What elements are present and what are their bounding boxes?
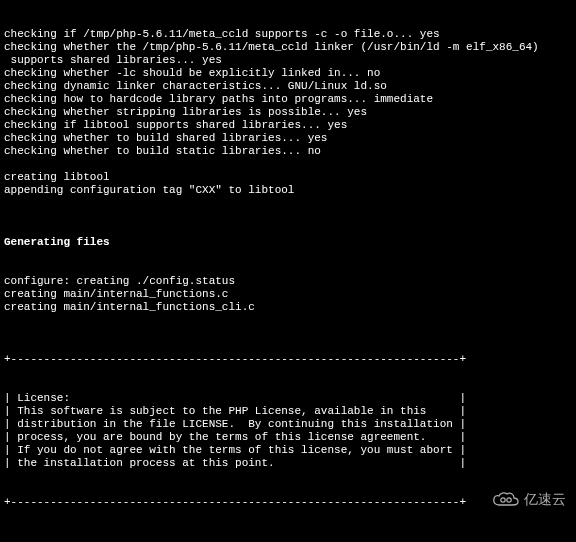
svg-point-0 xyxy=(501,498,505,502)
watermark-text: 亿速云 xyxy=(524,493,566,506)
output-line: checking if libtool supports shared libr… xyxy=(4,119,572,132)
cloud-icon xyxy=(492,491,520,507)
output-line: creating main/internal_functions.c xyxy=(4,288,572,301)
terminal-output-block-3: Thank you for using PHP. config.status: … xyxy=(4,535,572,542)
output-line: creating main/internal_functions_cli.c xyxy=(4,301,572,314)
svg-point-1 xyxy=(507,498,511,502)
output-line: checking dynamic linker characteristics.… xyxy=(4,80,572,93)
output-line: creating libtool xyxy=(4,171,572,184)
output-line: configure: creating ./config.status xyxy=(4,275,572,288)
output-line: appending configuration tag "CXX" to lib… xyxy=(4,184,572,197)
license-text-block: | License: || This software is subject t… xyxy=(4,392,572,470)
output-line xyxy=(4,314,572,327)
license-line: | License: | xyxy=(4,392,572,405)
output-line: checking if /tmp/php-5.6.11/meta_ccld su… xyxy=(4,28,572,41)
output-line: checking whether stripping libraries is … xyxy=(4,106,572,119)
license-line: | This software is subject to the PHP Li… xyxy=(4,405,572,418)
terminal-window[interactable]: checking if /tmp/php-5.6.11/meta_ccld su… xyxy=(0,0,576,542)
license-line: | the installation process at this point… xyxy=(4,457,572,470)
terminal-output-block-2: configure: creating ./config.statuscreat… xyxy=(4,275,572,327)
output-line xyxy=(4,535,572,542)
watermark: 亿速云 xyxy=(492,491,566,507)
license-border-top: +---------------------------------------… xyxy=(4,353,572,366)
output-line xyxy=(4,158,572,171)
generating-files-heading: Generating files xyxy=(4,236,572,249)
license-line: | distribution in the file LICENSE. By c… xyxy=(4,418,572,431)
output-line: checking how to hardcode library paths i… xyxy=(4,93,572,106)
output-line: checking whether to build static librari… xyxy=(4,145,572,158)
output-line: checking whether -lc should be explicitl… xyxy=(4,67,572,80)
license-border-bottom: +---------------------------------------… xyxy=(4,496,572,509)
output-line: supports shared libraries... yes xyxy=(4,54,572,67)
license-line: | If you do not agree with the terms of … xyxy=(4,444,572,457)
license-line: | process, you are bound by the terms of… xyxy=(4,431,572,444)
output-line: checking whether the /tmp/php-5.6.11/met… xyxy=(4,41,572,54)
output-line xyxy=(4,197,572,210)
output-line: checking whether to build shared librari… xyxy=(4,132,572,145)
terminal-output-block-1: checking if /tmp/php-5.6.11/meta_ccld su… xyxy=(4,28,572,210)
